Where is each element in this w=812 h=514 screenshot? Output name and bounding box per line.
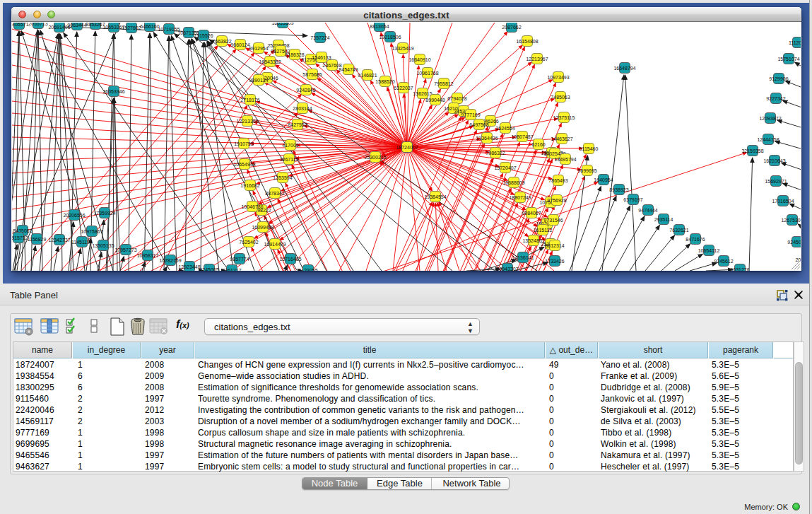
svg-text:10973493: 10973493 <box>547 75 569 80</box>
svg-text:15720407: 15720407 <box>494 165 516 170</box>
svg-text:15692971: 15692971 <box>765 179 787 184</box>
svg-text:9890134: 9890134 <box>249 78 268 83</box>
svg-text:10958117: 10958117 <box>137 253 159 258</box>
svg-text:7485063: 7485063 <box>551 95 570 100</box>
svg-text:13495794: 13495794 <box>554 157 576 162</box>
svg-text:9699695: 9699695 <box>577 168 596 173</box>
svg-text:7865493: 7865493 <box>548 178 567 183</box>
svg-text:7357224: 7357224 <box>310 35 329 40</box>
svg-text:7515526: 7515526 <box>194 33 213 38</box>
svg-text:12213967: 12213967 <box>526 57 548 62</box>
svg-text:3624554: 3624554 <box>495 126 514 131</box>
svg-text:1527602: 1527602 <box>122 25 141 30</box>
svg-text:15751074: 15751074 <box>777 57 799 62</box>
svg-text:17016504: 17016504 <box>772 199 794 204</box>
svg-text:9245033: 9245033 <box>787 240 801 245</box>
svg-text:2055713: 2055713 <box>28 23 47 26</box>
svg-text:2935114: 2935114 <box>654 217 673 222</box>
svg-text:12375115: 12375115 <box>553 115 575 120</box>
svg-text:9857774: 9857774 <box>230 257 249 262</box>
svg-text:1910755: 1910755 <box>234 141 253 146</box>
svg-text:7663822: 7663822 <box>212 39 231 44</box>
svg-text:16640910: 16640910 <box>408 57 430 62</box>
svg-text:18724007: 18724007 <box>396 145 418 150</box>
svg-text:12923448: 12923448 <box>178 264 200 269</box>
svg-text:32159358: 32159358 <box>741 148 763 153</box>
svg-text:9063444: 9063444 <box>67 23 86 28</box>
svg-text:9245612: 9245612 <box>714 259 733 264</box>
svg-text:2803144: 2803144 <box>293 106 312 111</box>
svg-text:15716485: 15716485 <box>279 257 301 262</box>
svg-text:7955812: 7955812 <box>434 81 453 86</box>
svg-text:8471676: 8471676 <box>686 237 705 242</box>
svg-text:14136141: 14136141 <box>512 255 534 260</box>
svg-text:9084067: 9084067 <box>522 211 541 216</box>
svg-text:12093872: 12093872 <box>759 116 781 121</box>
svg-text:1546133: 1546133 <box>312 55 331 60</box>
svg-text:16099489: 16099489 <box>252 225 273 230</box>
svg-text:6466160: 6466160 <box>140 24 159 29</box>
svg-text:7625402: 7625402 <box>239 240 258 245</box>
svg-text:9474444: 9474444 <box>638 208 657 213</box>
svg-text:10719155: 10719155 <box>158 27 180 32</box>
svg-text:16154808: 16154808 <box>516 39 538 44</box>
svg-text:20206556: 20206556 <box>63 213 85 218</box>
svg-text:2718176: 2718176 <box>240 98 259 103</box>
svg-text:16033809: 16033809 <box>271 23 293 25</box>
svg-text:18807249: 18807249 <box>509 195 531 200</box>
svg-text:62160: 62160 <box>531 142 546 147</box>
svg-text:3915712: 3915712 <box>12 235 28 240</box>
svg-text:10688609: 10688609 <box>502 180 524 185</box>
svg-text:8454749: 8454749 <box>339 67 358 72</box>
svg-text:8427552: 8427552 <box>288 122 307 127</box>
svg-text:1156829: 1156829 <box>28 237 47 242</box>
svg-text:1112004: 1112004 <box>789 40 801 45</box>
svg-text:8938923: 8938923 <box>609 187 628 192</box>
svg-text:5875685: 5875685 <box>302 72 322 77</box>
svg-text:9777169: 9777169 <box>461 112 480 117</box>
svg-text:9031276: 9031276 <box>730 267 749 271</box>
svg-text:20943302: 20943302 <box>496 267 518 271</box>
svg-text:1615112: 1615112 <box>534 228 553 233</box>
svg-text:8813054: 8813054 <box>370 24 389 29</box>
svg-text:12213369: 12213369 <box>236 119 258 124</box>
svg-text:25300215: 25300215 <box>364 155 386 160</box>
svg-text:9227342: 9227342 <box>766 96 785 101</box>
svg-text:17957273: 17957273 <box>114 247 136 252</box>
svg-text:9129906: 9129906 <box>769 76 788 81</box>
svg-text:16210643: 16210643 <box>763 158 785 163</box>
svg-text:9660124: 9660124 <box>230 42 249 47</box>
svg-text:9756928: 9756928 <box>547 198 566 203</box>
svg-text:19384554: 19384554 <box>424 194 446 199</box>
svg-text:16782759: 16782759 <box>159 258 181 263</box>
svg-text:9242848: 9242848 <box>296 88 315 93</box>
svg-text:12342737: 12342737 <box>48 238 70 243</box>
svg-text:12675304: 12675304 <box>781 218 801 223</box>
svg-text:10654948: 10654948 <box>233 162 255 167</box>
svg-text:8990448: 8990448 <box>425 98 445 103</box>
svg-text:2087662: 2087662 <box>502 25 521 30</box>
svg-text:8878342: 8878342 <box>265 191 284 196</box>
svg-text:1353594: 1353594 <box>273 175 292 180</box>
svg-text:1405571: 1405571 <box>12 23 29 27</box>
svg-text:7986322: 7986322 <box>486 151 505 156</box>
svg-text:9245005: 9245005 <box>199 267 218 271</box>
svg-text:8186328: 8186328 <box>285 52 304 57</box>
svg-text:6497568: 6497568 <box>469 122 488 127</box>
svg-text:8912954: 8912954 <box>249 46 268 51</box>
svg-text:9115460: 9115460 <box>579 146 599 151</box>
svg-text:7632621: 7632621 <box>669 228 688 233</box>
svg-text:3267110: 3267110 <box>280 157 299 162</box>
svg-text:16543382: 16543382 <box>259 59 281 64</box>
svg-text:1640954: 1640954 <box>594 177 613 182</box>
svg-text:1916682: 1916682 <box>240 183 259 188</box>
svg-text:6794028: 6794028 <box>447 96 466 101</box>
svg-text:10046786: 10046786 <box>241 204 263 209</box>
svg-text:13505135: 13505135 <box>92 243 114 248</box>
svg-text:16648794: 16648794 <box>613 66 635 71</box>
svg-text:7361217: 7361217 <box>222 268 241 271</box>
svg-text:1362615: 1362615 <box>413 91 432 96</box>
svg-text:19218506: 19218506 <box>379 35 401 40</box>
svg-text:10975867: 10975867 <box>81 229 102 234</box>
svg-text:9146821: 9146821 <box>358 73 377 78</box>
